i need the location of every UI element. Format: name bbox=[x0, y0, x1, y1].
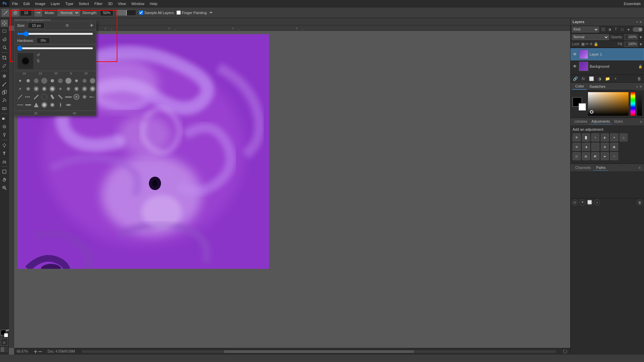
color-saturation-field[interactable] bbox=[588, 92, 629, 116]
adj-brightness-btn[interactable]: ☀ bbox=[573, 133, 581, 141]
brush-size-input[interactable] bbox=[20, 9, 32, 16]
eraser-tool[interactable] bbox=[1, 105, 8, 112]
standard-view[interactable] bbox=[1, 347, 4, 352]
menu-window[interactable]: Window bbox=[128, 1, 147, 6]
layer-link-btn[interactable]: 🔗 bbox=[572, 75, 579, 82]
layer-item-layer1[interactable]: 👁 Layer 1 bbox=[571, 48, 644, 60]
opacity-input[interactable] bbox=[624, 34, 638, 40]
brush-cell[interactable] bbox=[81, 77, 88, 84]
adj-posterize-btn[interactable]: ▤ bbox=[582, 152, 590, 160]
brush-cell[interactable] bbox=[33, 77, 40, 84]
strength-slider[interactable] bbox=[116, 10, 136, 16]
lock-image-icon[interactable]: ✏ bbox=[586, 42, 589, 46]
new-path-btn[interactable]: + bbox=[594, 199, 600, 205]
color-panel-collapse-btn[interactable]: « bbox=[636, 85, 638, 88]
finger-painting-checkbox[interactable] bbox=[176, 10, 181, 15]
bp-create-preset-icon[interactable]: ✚ bbox=[90, 23, 93, 28]
menu-layer[interactable]: Layer bbox=[48, 1, 63, 6]
brush-cell[interactable] bbox=[16, 101, 24, 109]
brush-cell[interactable] bbox=[65, 101, 72, 109]
dodge-tool[interactable] bbox=[1, 131, 8, 138]
canvas-scroll-area[interactable] bbox=[14, 31, 570, 348]
brush-cell[interactable] bbox=[73, 93, 80, 101]
menu-edit[interactable]: Edit bbox=[21, 1, 33, 6]
fill-input[interactable] bbox=[624, 42, 638, 47]
adj-invert-btn[interactable]: ◫ bbox=[573, 152, 581, 160]
adj-curves-btn[interactable]: ∿ bbox=[591, 133, 599, 141]
brush-cell[interactable] bbox=[49, 93, 56, 101]
blur-tool[interactable] bbox=[1, 123, 8, 130]
brush-cell[interactable] bbox=[89, 85, 96, 93]
layers-collapse-btn[interactable]: « bbox=[636, 20, 638, 24]
adj-colorlookup-btn[interactable]: ▦ bbox=[610, 143, 618, 151]
brush-cell[interactable] bbox=[33, 93, 40, 101]
adj-threshold-btn[interactable]: ◩ bbox=[591, 152, 599, 160]
brush-cell[interactable] bbox=[89, 93, 96, 101]
fullscreen-view[interactable] bbox=[4, 347, 8, 352]
path-to-selection-btn[interactable]: ◎ bbox=[572, 199, 578, 205]
bp-gear-icon[interactable]: ⚙ bbox=[65, 23, 69, 28]
adj-levels-btn[interactable]: ▐▌ bbox=[582, 133, 590, 141]
smart-filter-icon[interactable]: ◈ bbox=[626, 27, 631, 32]
bp-size-slider[interactable] bbox=[17, 33, 93, 35]
airbrush-icon[interactable]: ✒ bbox=[209, 10, 213, 15]
paths-tab[interactable]: Paths bbox=[593, 165, 608, 171]
canvas-rotate-icon[interactable] bbox=[563, 349, 568, 354]
filter-type-select[interactable]: Kind bbox=[572, 26, 599, 33]
bp-hardness-input[interactable] bbox=[37, 38, 50, 44]
menu-type[interactable]: Type bbox=[63, 1, 76, 6]
eyedropper-tool[interactable] bbox=[1, 62, 8, 69]
brush-cell[interactable] bbox=[41, 101, 48, 109]
menu-select[interactable]: Select bbox=[76, 1, 92, 6]
zoom-out-icon[interactable] bbox=[38, 350, 42, 354]
adj-vibrance-btn[interactable]: ✦ bbox=[610, 133, 618, 141]
color-alpha-strip[interactable] bbox=[637, 92, 642, 116]
layer-adjustment-btn[interactable]: ◑ bbox=[596, 75, 603, 82]
horizontal-scrollbar[interactable] bbox=[82, 350, 556, 353]
layers-menu-btn[interactable]: ✕ bbox=[639, 20, 642, 24]
sample-all-checkbox[interactable] bbox=[139, 10, 143, 15]
selection-tool[interactable] bbox=[1, 27, 8, 35]
brush-cell[interactable] bbox=[16, 93, 24, 101]
adj-photofilter-btn[interactable]: ⬛ bbox=[591, 143, 599, 151]
brush-preset-icon[interactable] bbox=[12, 9, 19, 16]
brush-cell[interactable] bbox=[41, 77, 48, 84]
brush-cell[interactable] bbox=[65, 85, 72, 93]
brush-cell[interactable] bbox=[41, 93, 48, 101]
color-background-swatch[interactable] bbox=[579, 103, 586, 111]
brush-cell[interactable] bbox=[81, 93, 88, 101]
fill-arrow[interactable]: ▼ bbox=[639, 42, 643, 46]
menu-3d[interactable]: 3D bbox=[105, 1, 115, 6]
channels-tab[interactable]: Channels bbox=[573, 165, 593, 171]
delete-path-btn[interactable]: 🗑 bbox=[637, 199, 643, 205]
menu-filter[interactable]: Filter bbox=[92, 1, 105, 6]
adj-selective-color-btn[interactable]: □ bbox=[610, 152, 618, 160]
adj-tab-libraries[interactable]: Libraries bbox=[573, 119, 589, 124]
layer-delete-btn[interactable]: 🗑 bbox=[636, 75, 643, 82]
menu-view[interactable]: View bbox=[115, 1, 129, 6]
patch-heal-tool[interactable] bbox=[1, 72, 8, 80]
lock-all-icon[interactable]: 🔒 bbox=[594, 42, 598, 46]
pen-tool[interactable] bbox=[1, 141, 8, 149]
path-selection-tool[interactable] bbox=[1, 158, 8, 165]
brush-cell[interactable] bbox=[65, 93, 72, 101]
color-panel-close-btn[interactable]: ✕ bbox=[639, 85, 642, 88]
adj-tab-adjustments[interactable]: Adjustments bbox=[589, 119, 612, 124]
adj-channelmixer-btn[interactable]: ⊠ bbox=[601, 143, 609, 151]
adj-hsl-btn[interactable]: △ bbox=[620, 133, 628, 141]
crop-tool[interactable] bbox=[1, 54, 8, 61]
pixel-filter-icon[interactable]: ⬛ bbox=[600, 27, 606, 32]
lock-position-icon[interactable]: ✛ bbox=[590, 42, 593, 46]
color-hue-strip[interactable] bbox=[631, 92, 635, 116]
adj-panel-menu-btn[interactable]: ≡ bbox=[640, 120, 642, 124]
brush-cell[interactable] bbox=[81, 85, 88, 93]
layer1-visibility-icon[interactable]: 👁 bbox=[572, 52, 578, 57]
layer-new-btn[interactable]: + bbox=[612, 75, 619, 82]
swatches-tab[interactable]: Swatches bbox=[587, 83, 608, 90]
brush-cell[interactable] bbox=[24, 101, 32, 109]
color-tab[interactable]: Color bbox=[573, 83, 587, 90]
adj-exposure-btn[interactable]: ◐ bbox=[601, 133, 609, 141]
brush-cell[interactable] bbox=[33, 85, 40, 93]
brush-cell[interactable] bbox=[49, 77, 56, 84]
history-brush-tool[interactable] bbox=[1, 97, 8, 104]
